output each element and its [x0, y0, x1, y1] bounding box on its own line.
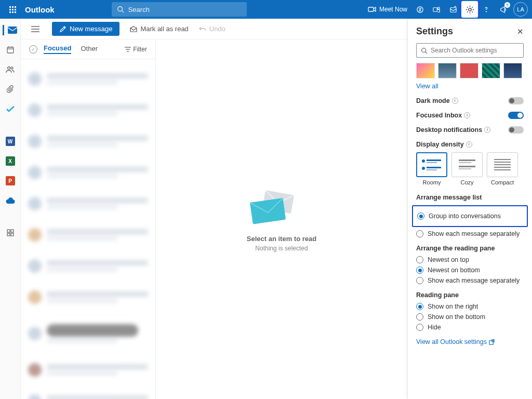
meet-now-button[interactable]: Meet Now: [364, 6, 411, 13]
svg-rect-10: [7, 47, 14, 53]
svg-rect-9: [8, 26, 17, 34]
info-icon[interactable]: i: [452, 98, 458, 104]
svg-point-8: [486, 11, 487, 12]
theme-swatches: [416, 63, 524, 78]
settings-search-input[interactable]: [431, 47, 519, 54]
dark-mode-toggle[interactable]: [508, 97, 524, 104]
excel-icon: X: [6, 156, 15, 166]
video-icon: [368, 6, 376, 12]
close-settings-button[interactable]: ✕: [517, 27, 524, 36]
theme-swatch[interactable]: [438, 63, 457, 78]
reading-empty-subtitle: Nothing is selected: [247, 245, 316, 252]
profile-avatar[interactable]: LA: [513, 2, 528, 17]
settings-button[interactable]: [461, 1, 478, 18]
theme-swatch[interactable]: [416, 63, 435, 78]
select-all-checkbox[interactable]: ✓: [29, 45, 37, 54]
newest-top-label: Newest on top: [428, 256, 469, 263]
help-button[interactable]: [478, 1, 495, 18]
info-icon[interactable]: i: [464, 112, 470, 118]
view-all-themes-link[interactable]: View all: [416, 83, 438, 90]
tab-other[interactable]: Other: [81, 45, 98, 54]
view-all-settings-link[interactable]: View all Outlook settings: [416, 338, 495, 345]
cloud-icon: [6, 197, 15, 204]
radio-show-right[interactable]: Show on the right: [416, 303, 524, 310]
onedrive-app[interactable]: [5, 195, 16, 206]
density-roomy[interactable]: Roomy: [416, 152, 447, 185]
files-module[interactable]: [5, 84, 16, 95]
svg-rect-36: [459, 159, 475, 161]
svg-rect-41: [494, 162, 511, 163]
reading-empty-title: Select an item to read: [247, 235, 316, 243]
svg-point-5: [437, 7, 440, 9]
svg-rect-27: [250, 198, 286, 224]
skype-button[interactable]: [411, 1, 428, 18]
word-app[interactable]: W: [5, 136, 16, 147]
excel-app[interactable]: X: [5, 156, 16, 166]
search-box[interactable]: [112, 2, 247, 17]
svg-line-29: [425, 51, 427, 53]
powerpoint-app[interactable]: P: [5, 176, 16, 186]
info-icon[interactable]: i: [484, 127, 490, 133]
density-compact-label: Compact: [487, 179, 518, 185]
svg-rect-35: [427, 169, 437, 170]
undo-button[interactable]: Undo: [199, 25, 225, 33]
svg-rect-44: [494, 169, 511, 170]
settings-search-box[interactable]: [416, 43, 524, 58]
svg-point-30: [422, 159, 425, 163]
teams-button[interactable]: [428, 1, 445, 18]
mark-all-read-button[interactable]: Mark all as read: [130, 25, 188, 33]
radio-reading-separately[interactable]: Show each message separately: [416, 277, 524, 284]
tab-focused[interactable]: Focused: [44, 44, 71, 54]
radio-show-separately[interactable]: Show each message separately: [416, 230, 524, 237]
new-message-button[interactable]: New message: [52, 22, 119, 36]
show-bottom-label: Show on the bottom: [428, 313, 485, 321]
radio-hide[interactable]: Hide: [416, 324, 524, 331]
svg-rect-19: [11, 233, 14, 236]
people-module[interactable]: [5, 64, 16, 75]
theme-swatch[interactable]: [482, 63, 500, 78]
outbox-button[interactable]: [445, 1, 461, 18]
radio-show-bottom[interactable]: Show on the bottom: [416, 313, 524, 321]
density-compact[interactable]: Compact: [487, 152, 518, 185]
hide-label: Hide: [428, 324, 441, 331]
hamburger-toggle[interactable]: [29, 26, 42, 32]
skype-icon: [416, 6, 424, 14]
density-compact-icon: [491, 157, 514, 172]
app-launcher[interactable]: [4, 1, 21, 18]
svg-rect-39: [459, 168, 471, 169]
more-apps[interactable]: [5, 228, 16, 238]
radio-newest-top[interactable]: Newest on top: [416, 256, 524, 263]
radio-newest-bottom[interactable]: Newest on bottom: [416, 267, 524, 274]
svg-rect-40: [494, 159, 511, 160]
density-cozy-icon: [456, 157, 478, 172]
mail-module[interactable]: [3, 25, 13, 35]
theme-swatch[interactable]: [460, 63, 478, 78]
svg-rect-18: [7, 233, 10, 236]
focused-inbox-toggle[interactable]: [508, 112, 524, 119]
theme-swatch[interactable]: [503, 63, 522, 78]
undo-label: Undo: [209, 25, 225, 33]
desktop-notifications-toggle[interactable]: [508, 126, 524, 134]
todo-module[interactable]: [5, 104, 16, 114]
svg-rect-42: [494, 164, 511, 165]
radio-group-conversations[interactable]: Group into conversations: [417, 212, 523, 220]
undo-icon: [199, 26, 206, 32]
meet-now-label: Meet Now: [379, 6, 407, 13]
svg-point-7: [468, 8, 471, 10]
filter-button[interactable]: Filter: [125, 46, 147, 53]
grid-icon: [7, 229, 14, 236]
calendar-module[interactable]: [5, 45, 16, 55]
info-icon[interactable]: i: [466, 141, 472, 148]
check-icon: [6, 106, 15, 112]
svg-point-28: [422, 48, 426, 52]
group-conv-label: Group into conversations: [429, 212, 501, 220]
svg-point-33: [422, 167, 425, 170]
settings-title: Settings: [416, 26, 517, 37]
mail-icon: [8, 26, 17, 34]
svg-rect-17: [11, 230, 14, 232]
density-cozy[interactable]: Cozy: [451, 152, 483, 185]
filter-icon: [125, 47, 131, 52]
search-input[interactable]: [128, 6, 242, 14]
svg-point-14: [7, 67, 10, 70]
notifications-button[interactable]: 5: [495, 1, 511, 18]
